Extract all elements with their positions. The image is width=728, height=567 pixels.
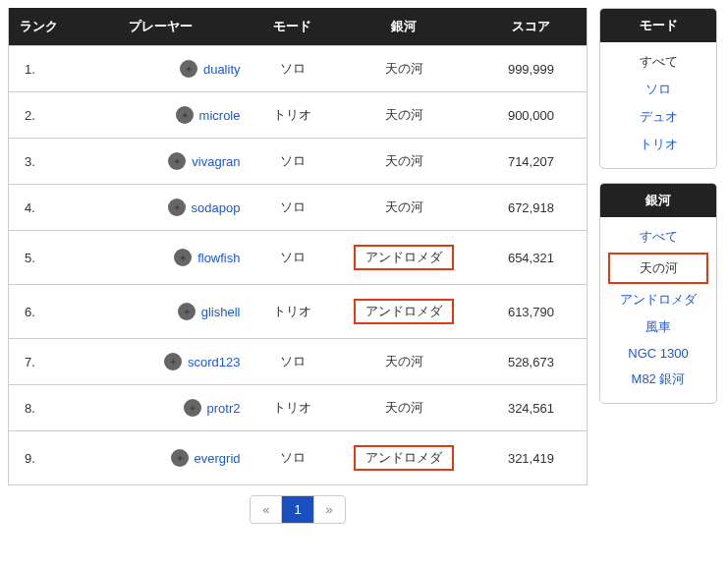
cell-galaxy: アンドロメダ (333, 431, 476, 485)
cell-score: 900,000 (476, 92, 588, 139)
cell-score: 654,321 (476, 231, 588, 285)
cell-score: 321,419 (476, 431, 588, 485)
avatar-icon: ✦ (184, 399, 201, 417)
avatar-icon: ✦ (176, 106, 194, 124)
avatar-icon: ✦ (180, 60, 197, 78)
table-row: 1.✦dualityソロ天の河999,999 (9, 46, 588, 92)
cell-player: ✦duality (70, 46, 252, 92)
cell-galaxy: アンドロメダ (333, 231, 476, 285)
avatar-icon: ✦ (168, 198, 186, 216)
cell-rank: 3. (9, 139, 70, 185)
cell-mode: ソロ (252, 185, 334, 231)
filter-mode-item[interactable]: ソロ (604, 76, 712, 103)
cell-player: ✦flowfish (70, 231, 252, 285)
table-row: 2.✦microleトリオ天の河900,000 (9, 92, 588, 139)
leaderboard-table: ランク プレーヤー モード 銀河 スコア 1.✦dualityソロ天の河999,… (8, 8, 588, 485)
filter-panel-mode: モード すべてソロデュオトリオ (599, 8, 717, 169)
player-link[interactable]: vivagran (192, 154, 240, 169)
cell-player: ✦sodapop (70, 185, 252, 231)
pager-next[interactable]: » (313, 496, 345, 523)
filter-mode-item[interactable]: トリオ (604, 131, 712, 158)
cell-mode: トリオ (252, 385, 334, 431)
cell-galaxy: 天の河 (333, 385, 476, 431)
cell-score: 672,918 (476, 185, 588, 231)
filter-panel-galaxy: 銀河 すべて天の河アンドロメダ風車NGC 1300M82 銀河 (599, 183, 717, 404)
cell-score: 613,790 (476, 285, 588, 339)
filter-galaxy-item[interactable]: すべて (604, 223, 712, 251)
filter-mode-item[interactable]: すべて (604, 48, 712, 76)
cell-galaxy: 天の河 (333, 185, 476, 231)
player-link[interactable]: scord123 (188, 355, 240, 369)
cell-mode: トリオ (252, 92, 334, 139)
cell-score: 528,673 (476, 339, 588, 385)
cell-galaxy: 天の河 (333, 46, 476, 92)
cell-player: ✦microle (70, 92, 252, 139)
cell-mode: ソロ (252, 139, 334, 185)
pager-prev[interactable]: « (251, 496, 281, 523)
avatar-icon: ✦ (174, 249, 192, 266)
player-link[interactable]: protr2 (207, 401, 241, 416)
cell-galaxy: 天の河 (333, 339, 476, 385)
cell-galaxy: 天の河 (333, 92, 476, 139)
cell-rank: 6. (9, 285, 70, 339)
highlight-box: アンドロメダ (354, 299, 454, 324)
col-galaxy: 銀河 (333, 8, 476, 46)
table-row: 9.✦evergridソロアンドロメダ321,419 (9, 431, 588, 485)
table-row: 4.✦sodapopソロ天の河672,918 (9, 185, 588, 231)
col-rank: ランク (9, 8, 70, 46)
cell-score: 999,999 (476, 46, 588, 92)
player-link[interactable]: microle (199, 108, 241, 123)
table-row: 3.✦vivagranソロ天の河714,207 (9, 139, 588, 185)
cell-score: 714,207 (476, 139, 588, 185)
cell-mode: ソロ (252, 431, 334, 485)
table-row: 5.✦flowfishソロアンドロメダ654,321 (9, 231, 588, 285)
table-row: 7.✦scord123ソロ天の河528,673 (9, 339, 588, 385)
filter-galaxy-item[interactable]: NGC 1300 (604, 341, 712, 366)
avatar-icon: ✦ (171, 449, 189, 467)
cell-mode: ソロ (252, 231, 334, 285)
cell-player: ✦vivagran (70, 139, 252, 185)
cell-rank: 9. (9, 431, 70, 485)
cell-player: ✦scord123 (70, 339, 252, 385)
highlight-box: アンドロメダ (354, 445, 454, 471)
col-player: プレーヤー (70, 8, 252, 46)
filter-galaxy-item[interactable]: 天の河 (608, 253, 708, 284)
player-link[interactable]: evergrid (195, 451, 241, 466)
avatar-icon: ✦ (164, 353, 182, 370)
filter-galaxy-item[interactable]: 風車 (604, 313, 712, 341)
cell-score: 324,561 (476, 385, 588, 431)
filter-galaxy-item[interactable]: アンドロメダ (604, 286, 712, 313)
cell-rank: 8. (9, 385, 70, 431)
filter-galaxy-item[interactable]: M82 銀河 (604, 366, 712, 393)
cell-rank: 1. (9, 46, 70, 92)
table-row: 8.✦protr2トリオ天の河324,561 (9, 385, 588, 431)
cell-player: ✦protr2 (70, 385, 252, 431)
player-link[interactable]: duality (203, 62, 241, 77)
player-link[interactable]: sodapop (192, 200, 241, 215)
pager-page-1[interactable]: 1 (281, 496, 312, 523)
cell-rank: 5. (9, 231, 70, 285)
cell-galaxy: アンドロメダ (333, 285, 476, 339)
cell-mode: ソロ (252, 46, 334, 92)
filter-mode-title: モード (600, 9, 716, 42)
table-row: 6.✦glishellトリオアンドロメダ613,790 (9, 285, 588, 339)
cell-rank: 2. (9, 92, 70, 139)
cell-rank: 4. (9, 185, 70, 231)
cell-player: ✦evergrid (70, 431, 252, 485)
avatar-icon: ✦ (168, 152, 186, 170)
player-link[interactable]: flowfish (197, 251, 240, 265)
player-link[interactable]: glishell (201, 305, 241, 319)
filter-galaxy-title: 銀河 (600, 184, 716, 217)
cell-galaxy: 天の河 (333, 139, 476, 185)
pagination: « 1 » (8, 495, 588, 524)
col-score: スコア (476, 8, 588, 46)
col-mode: モード (252, 8, 334, 46)
filter-mode-item[interactable]: デュオ (604, 103, 712, 131)
cell-rank: 7. (9, 339, 70, 385)
cell-mode: ソロ (252, 339, 334, 385)
cell-player: ✦glishell (70, 285, 252, 339)
avatar-icon: ✦ (178, 303, 196, 320)
cell-mode: トリオ (252, 285, 334, 339)
highlight-box: アンドロメダ (354, 245, 454, 270)
